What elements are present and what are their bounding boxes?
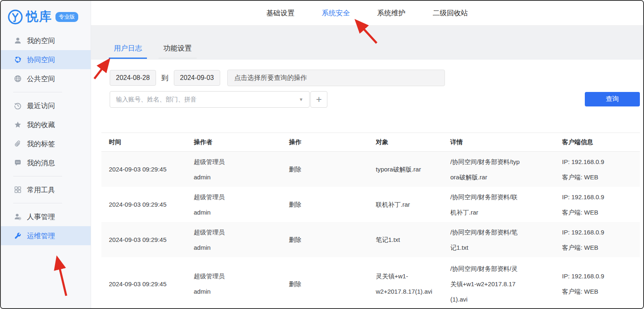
cell-object: 联机补丁.rar xyxy=(368,197,443,212)
user-logs-panel: 2024-08-28 到 2024-09-03 点击选择所要查询的操作 输入账号… xyxy=(91,60,643,308)
add-filter-button[interactable]: + xyxy=(310,91,327,108)
chevron-down-icon: ▼ xyxy=(299,97,303,102)
date-from-input[interactable]: 2024-08-28 xyxy=(110,70,156,86)
col-header-object: 对象 xyxy=(368,138,443,146)
tab-function-settings[interactable]: 功能设置 xyxy=(159,43,197,60)
nav-system-security[interactable]: 系统安全 xyxy=(322,8,350,18)
sidebar-item-label: 公共空间 xyxy=(27,74,55,84)
cell-detail: /协同空间/财务部资料/灵关镇+w1-w2+2017.8.17(1).avi xyxy=(443,261,555,307)
col-header-operator: 操作者 xyxy=(186,138,281,146)
tab-user-logs[interactable]: 用户日志 xyxy=(109,43,147,60)
query-button[interactable]: 查询 xyxy=(585,92,640,106)
sidebar-item-label: 人事管理 xyxy=(27,212,55,222)
sidebar-item-label: 运维管理 xyxy=(27,231,55,241)
sidebar-item-tags[interactable]: 我的标签 xyxy=(1,134,91,153)
user-icon xyxy=(14,37,22,44)
table-row: 2024-09-03 09:29:45 超级管理员admin 删除 灵关镇+w1… xyxy=(101,257,640,308)
sidebar-item-label: 我的收藏 xyxy=(27,120,55,130)
col-header-client: 客户端信息 xyxy=(555,138,640,146)
tab-strip: 用户日志 功能设置 xyxy=(91,26,643,60)
sidebar-item-label: 常用工具 xyxy=(27,185,55,195)
history-clock-icon xyxy=(14,102,22,109)
col-header-action: 操作 xyxy=(281,138,368,146)
sidebar-item-ops[interactable]: 运维管理 xyxy=(1,226,91,245)
tab-label: 用户日志 xyxy=(114,44,142,52)
star-icon xyxy=(14,121,22,128)
cell-client: IP: 192.168.0.9客户端: WEB xyxy=(555,189,640,220)
cell-client: IP: 192.168.0.9客户端: WEB xyxy=(555,268,640,299)
sidebar-divider xyxy=(13,176,62,176)
operation-select-input[interactable]: 点击选择所要查询的操作 xyxy=(227,70,445,86)
cell-time: 2024-09-03 09:29:45 xyxy=(101,162,186,177)
sidebar-item-hr[interactable]: 人事管理 xyxy=(1,207,91,226)
filter-row-dates: 2024-08-28 到 2024-09-03 点击选择所要查询的操作 xyxy=(110,70,640,86)
date-range-to-label: 到 xyxy=(161,73,168,83)
grid-apps-icon xyxy=(14,186,22,193)
main-area: 基础设置 系统安全 系统维护 二级回收站 用户日志 功能设置 2024-08-2… xyxy=(91,1,643,308)
message-bubble-icon xyxy=(14,159,22,167)
cell-object: typora破解版.rar xyxy=(368,162,443,177)
tab-label: 功能设置 xyxy=(163,44,192,52)
table-row: 2024-09-03 09:29:45 超级管理员admin 删除 笔记1.tx… xyxy=(101,222,640,257)
cell-detail: /协同空间/财务部资料/联机补丁.rar xyxy=(443,189,555,220)
log-table: 时间 操作者 操作 对象 详情 客户端信息 2024-09-03 09:29:4… xyxy=(101,133,640,308)
sidebar-item-tools[interactable]: 常用工具 xyxy=(1,180,91,199)
col-header-detail: 详情 xyxy=(443,138,555,146)
sidebar-item-label: 我的消息 xyxy=(27,158,55,168)
sidebar: 悦库 专业版 我的空间 协同空间 xyxy=(1,1,91,308)
sidebar-item-messages[interactable]: 我的消息 xyxy=(1,153,91,172)
cell-object: 笔记1.txt xyxy=(368,232,443,247)
sidebar-item-recent[interactable]: 最近访问 xyxy=(1,96,91,115)
cell-action: 删除 xyxy=(281,232,368,247)
user-gear-icon xyxy=(14,213,22,220)
cell-operator: 超级管理员admin xyxy=(186,189,281,220)
account-search-placeholder: 输入账号、姓名、部门、拼音 xyxy=(116,96,299,104)
cell-client: IP: 192.168.0.9客户端: WEB xyxy=(555,225,640,255)
tab-active-underline xyxy=(109,58,147,59)
table-header-row: 时间 操作者 操作 对象 详情 客户端信息 xyxy=(101,133,640,152)
nav-system-maintenance[interactable]: 系统维护 xyxy=(377,8,406,18)
share-network-icon xyxy=(14,56,22,63)
cell-action: 删除 xyxy=(281,197,368,212)
col-header-time: 时间 xyxy=(101,138,186,146)
cell-action: 删除 xyxy=(281,276,368,292)
sidebar-item-label: 协同空间 xyxy=(27,55,55,65)
cell-time: 2024-09-03 09:29:45 xyxy=(101,197,186,212)
cell-client: IP: 192.168.0.9客户端: WEB xyxy=(555,154,640,185)
cell-time: 2024-09-03 09:29:45 xyxy=(101,232,186,247)
cell-detail: /协同空间/财务部资料/笔记1.txt xyxy=(443,225,555,255)
table-row: 2024-09-03 09:29:45 超级管理员admin 删除 联机补丁.r… xyxy=(101,187,640,222)
sidebar-divider xyxy=(13,92,62,92)
cell-object: 灵关镇+w1-w2+2017.8.17(1).avi xyxy=(368,268,443,299)
edition-badge: 专业版 xyxy=(55,12,78,22)
sidebar-item-label: 最近访问 xyxy=(27,101,55,111)
cell-operator: 超级管理员admin xyxy=(186,154,281,185)
sidebar-item-collab-space[interactable]: 协同空间 xyxy=(1,50,91,69)
app-window: 悦库 专业版 我的空间 协同空间 xyxy=(0,0,644,309)
account-search-select[interactable]: 输入账号、姓名、部门、拼音 ▼ xyxy=(110,91,310,108)
cell-operator: 超级管理员admin xyxy=(186,268,281,299)
sidebar-item-public-space[interactable]: 公共空间 xyxy=(1,69,91,88)
app-name: 悦库 xyxy=(26,8,52,25)
table-row: 2024-09-03 09:29:45 超级管理员admin 删除 typora… xyxy=(101,152,640,187)
filter-row-account: 输入账号、姓名、部门、拼音 ▼ + 查询 xyxy=(110,91,640,108)
nav-basic-settings[interactable]: 基础设置 xyxy=(267,8,295,18)
wrench-icon xyxy=(14,232,22,239)
nav-recycle-bin[interactable]: 二级回收站 xyxy=(433,8,468,18)
cell-time: 2024-09-03 09:29:45 xyxy=(101,276,186,292)
sidebar-item-favorites[interactable]: 我的收藏 xyxy=(1,115,91,134)
sidebar-item-label: 我的标签 xyxy=(27,139,55,149)
sidebar-item-label: 我的空间 xyxy=(27,36,55,46)
paperclip-icon xyxy=(14,140,22,147)
cell-operator: 超级管理员admin xyxy=(186,225,281,255)
app-logo: 悦库 专业版 xyxy=(1,6,91,31)
cell-detail: /协同空间/财务部资料/typora破解版.rar xyxy=(443,154,555,185)
date-to-input[interactable]: 2024-09-03 xyxy=(174,70,220,86)
top-navigation: 基础设置 系统安全 系统维护 二级回收站 xyxy=(91,1,643,26)
tab-underline xyxy=(159,58,197,59)
sidebar-divider xyxy=(13,203,62,203)
globe-icon xyxy=(14,75,22,82)
sidebar-item-my-space[interactable]: 我的空间 xyxy=(1,31,91,50)
cell-action: 删除 xyxy=(281,162,368,177)
yueku-logo-icon xyxy=(7,9,23,25)
